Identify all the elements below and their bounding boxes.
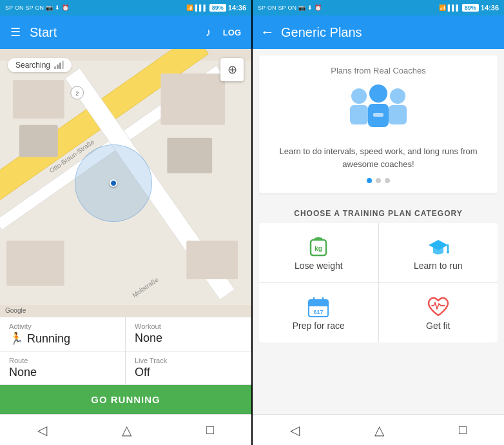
route-cell[interactable]: Route None <box>0 351 126 384</box>
svg-rect-8 <box>19 125 58 157</box>
svg-text:2: 2 <box>75 90 79 97</box>
svg-line-27 <box>318 238 322 239</box>
bottom-nav-left: ◁ △ □ <box>0 414 251 445</box>
time-display-right: 14:36 <box>481 4 499 12</box>
svg-rect-12 <box>186 241 238 279</box>
svg-point-19 <box>390 88 405 104</box>
svg-text:kg: kg <box>315 245 322 252</box>
bottom-controls: Activity 🏃 Running Workout None Route No… <box>0 317 251 414</box>
learn-to-run-icon <box>425 235 451 261</box>
coach-description: Learn to do intervals, speed work, and l… <box>269 145 487 170</box>
battery-indicator-right: 89% <box>462 4 479 12</box>
svg-rect-20 <box>389 105 407 124</box>
workout-label: Workout <box>135 322 242 330</box>
status-right-icons-right: 📶 ▌▌▌ 89% 14:36 <box>439 4 499 12</box>
page-title-left: Start <box>30 25 197 40</box>
content-area: Plans from Real Coaches Learn to do inte… <box>253 49 504 414</box>
category-lose-weight[interactable]: kg Lose weight <box>259 223 378 282</box>
prep-for-race-label: Prep for race <box>293 321 345 331</box>
bar1 <box>54 66 56 69</box>
livetrack-cell[interactable]: Live Track Off <box>126 351 251 384</box>
location-dot <box>110 179 117 187</box>
svg-rect-10 <box>167 138 212 173</box>
svg-rect-9 <box>160 74 225 125</box>
category-header: CHOOSE A TRAINING PLAN CATEGORY <box>253 200 504 223</box>
left-panel: SP ON SP ON 📷 ⬇ ⏰ 📶 ▌▌▌ 89% 14:36 ☰ Star… <box>0 0 251 445</box>
recents-button-left[interactable]: □ <box>191 417 229 442</box>
map-area: Otto-Braun-Straße Mollstraße 2 Searching… <box>0 49 251 317</box>
status-left-icons-right: SP ON SP ON 📷 ⬇ ⏰ <box>258 5 322 11</box>
svg-point-21 <box>369 84 387 103</box>
searching-label: Searching <box>15 61 50 70</box>
route-value: None <box>9 366 116 379</box>
back-arrow-icon[interactable]: ← <box>260 24 275 41</box>
svg-point-17 <box>351 88 367 104</box>
category-grid: kg Lose weight Learn to run <box>259 223 498 342</box>
svg-rect-23 <box>373 113 383 117</box>
svg-rect-18 <box>350 105 368 124</box>
category-prep-for-race[interactable]: 617 Prep for race <box>259 283 378 342</box>
category-learn-to-run[interactable]: Learn to run <box>379 223 498 282</box>
status-left-icons: SP ON SP ON 📷 ⬇ ⏰ <box>5 5 69 11</box>
google-logo: Google <box>5 307 26 314</box>
dot-3[interactable] <box>385 178 390 183</box>
info-grid: Activity 🏃 Running Workout None Route No… <box>0 317 251 385</box>
learn-to-run-label: Learn to run <box>414 261 463 271</box>
signal-bars <box>54 61 64 69</box>
coaches-group-icon <box>340 83 417 135</box>
svg-rect-34 <box>309 305 328 306</box>
activity-text: Running <box>27 332 70 346</box>
workout-cell[interactable]: Workout None <box>126 317 251 351</box>
home-button-right[interactable]: △ <box>359 417 400 443</box>
running-icon: 🏃 <box>9 331 23 346</box>
prep-for-race-icon: 617 <box>305 295 331 321</box>
dot-1[interactable] <box>367 178 372 183</box>
carousel-dots <box>269 178 487 183</box>
lose-weight-icon: kg <box>305 235 331 261</box>
svg-rect-7 <box>13 80 64 119</box>
dot-2[interactable] <box>376 178 381 183</box>
locate-button[interactable]: ⊕ <box>220 58 244 81</box>
activity-value: 🏃 Running <box>9 331 116 346</box>
home-button-left[interactable]: △ <box>106 417 147 443</box>
coach-subtitle: Plans from Real Coaches <box>269 66 487 75</box>
right-toolbar: ← Generic Plans <box>253 15 504 49</box>
get-fit-icon <box>425 295 451 321</box>
workout-value: None <box>135 331 242 345</box>
route-label: Route <box>9 357 116 364</box>
category-get-fit[interactable]: Get fit <box>379 283 498 342</box>
music-icon[interactable]: ♪ <box>203 23 214 42</box>
livetrack-value: Off <box>135 366 242 379</box>
log-button[interactable]: LOG <box>220 25 244 40</box>
bar4 <box>62 61 64 69</box>
svg-rect-11 <box>6 241 64 286</box>
status-bar-right: SP ON SP ON 📷 ⬇ ⏰ 📶 ▌▌▌ 89% 14:36 <box>253 0 504 15</box>
back-button-left[interactable]: ◁ <box>22 417 63 443</box>
right-panel: SP ON SP ON 📷 ⬇ ⏰ 📶 ▌▌▌ 89% 14:36 ← Gene… <box>253 0 504 445</box>
menu-icon[interactable]: ☰ <box>8 23 23 42</box>
back-button-right[interactable]: ◁ <box>275 417 315 443</box>
go-running-button[interactable]: GO RUNNING <box>0 385 251 414</box>
livetrack-label: Live Track <box>135 357 242 364</box>
svg-text:617: 617 <box>314 309 324 315</box>
activity-label: Activity <box>9 322 116 330</box>
bottom-nav-right: ◁ △ □ <box>253 414 504 445</box>
recents-button-right[interactable]: □ <box>443 417 482 442</box>
page-title-right: Generic Plans <box>281 25 496 40</box>
activity-cell[interactable]: Activity 🏃 Running <box>0 317 126 351</box>
svg-point-31 <box>447 251 449 253</box>
bar2 <box>57 64 59 69</box>
status-bar-left: SP ON SP ON 📷 ⬇ ⏰ 📶 ▌▌▌ 89% 14:36 <box>0 0 251 15</box>
battery-indicator: 89% <box>209 4 226 12</box>
searching-badge: Searching <box>8 58 72 72</box>
left-toolbar: ☰ Start ♪ LOG <box>0 15 251 49</box>
get-fit-label: Get fit <box>426 321 450 331</box>
status-right-icons: 📶 ▌▌▌ 89% 14:36 <box>186 4 246 12</box>
time-display: 14:36 <box>228 4 246 12</box>
coach-card: Plans from Real Coaches Learn to do inte… <box>259 55 498 193</box>
bar3 <box>59 63 61 69</box>
lose-weight-label: Lose weight <box>295 261 343 271</box>
